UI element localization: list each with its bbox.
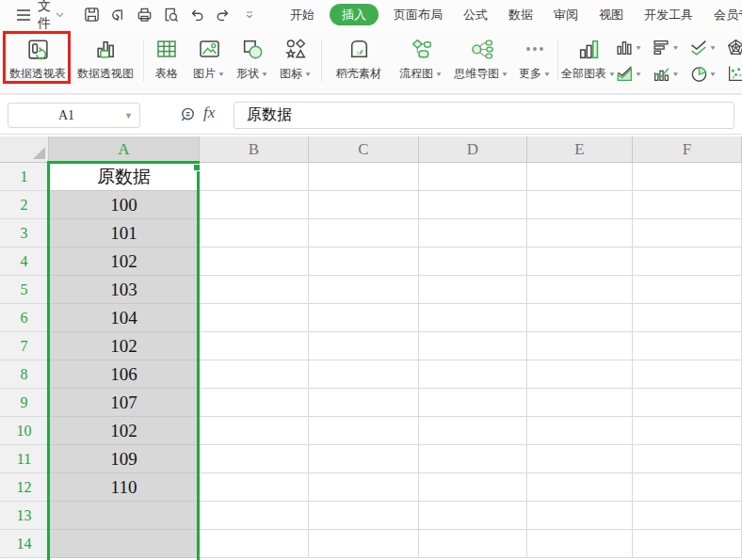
cell-F14[interactable] (633, 530, 742, 558)
cell-C9[interactable] (309, 389, 419, 417)
cell-F4[interactable] (633, 248, 742, 276)
tab-data[interactable]: 数据 (498, 0, 543, 29)
cell-C13[interactable] (309, 502, 419, 530)
cell-D8[interactable] (419, 360, 527, 389)
cell-C11[interactable] (309, 445, 419, 473)
cell-A5[interactable]: 103 (49, 276, 200, 304)
cell-F9[interactable] (633, 389, 742, 417)
column-header-E[interactable]: E (527, 136, 633, 163)
cell-F8[interactable] (633, 360, 742, 389)
column-header-C[interactable]: C (309, 136, 419, 163)
cell-A7[interactable]: 102 (49, 332, 200, 360)
row-header-13[interactable]: 13 (0, 502, 49, 530)
tab-membership[interactable]: 会员专享 (703, 0, 742, 29)
row-header-12[interactable]: 12 (0, 473, 49, 502)
cell-B13[interactable] (200, 502, 309, 530)
cell-F7[interactable] (633, 332, 742, 360)
cell-E4[interactable] (527, 248, 633, 276)
cell-D5[interactable] (419, 276, 527, 304)
row-header-7[interactable]: 7 (0, 332, 49, 360)
cell-C3[interactable] (309, 219, 419, 248)
cell-D10[interactable] (419, 417, 527, 445)
tab-insert[interactable]: 插入 (330, 4, 379, 25)
cell-B4[interactable] (200, 248, 309, 276)
cell-E11[interactable] (527, 445, 633, 473)
cell-A8[interactable]: 106 (49, 360, 200, 389)
print-preview-icon[interactable] (161, 6, 180, 24)
pie-chart-icon[interactable]: ▼ (690, 60, 727, 87)
formula-input[interactable]: 原数据 (234, 102, 734, 129)
cell-E12[interactable] (527, 473, 633, 502)
all-charts-button[interactable]: 全部图表▼ (561, 33, 616, 88)
fx-insert-function[interactable]: fx (203, 104, 215, 122)
cell-C14[interactable] (309, 530, 419, 558)
picture-button[interactable]: 图片▼ (187, 33, 231, 88)
column-header-A[interactable]: A (49, 136, 200, 163)
cell-F12[interactable] (633, 473, 742, 502)
cell-C6[interactable] (309, 304, 419, 332)
cell-A4[interactable]: 102 (49, 248, 200, 276)
cell-B6[interactable] (200, 304, 309, 332)
cell-A14[interactable] (49, 530, 200, 558)
redo-icon[interactable] (214, 6, 233, 24)
cell-B7[interactable] (200, 332, 309, 360)
cell-B1[interactable] (200, 163, 309, 191)
cell-D7[interactable] (419, 332, 527, 360)
tab-developer[interactable]: 开发工具 (634, 0, 703, 29)
bar-chart-icon[interactable]: ▼ (653, 34, 689, 60)
cell-A10[interactable]: 102 (49, 417, 200, 445)
cell-A6[interactable]: 104 (49, 304, 200, 332)
row-header-5[interactable]: 5 (0, 276, 49, 304)
cell-C5[interactable] (309, 276, 419, 304)
cell-C10[interactable] (309, 417, 419, 445)
pivot-chart-button[interactable]: 数据透视图 (72, 33, 139, 88)
cell-D9[interactable] (419, 389, 527, 417)
row-header-4[interactable]: 4 (0, 248, 49, 276)
cell-F6[interactable] (633, 304, 742, 332)
docer-material-button[interactable]: 稻壳素材 (326, 33, 392, 88)
cell-D4[interactable] (419, 248, 527, 276)
name-box-chevron-icon[interactable]: ▼ (124, 111, 133, 120)
cell-C1[interactable] (309, 163, 419, 191)
cell-F3[interactable] (633, 219, 742, 248)
file-menu[interactable]: 文件 (38, 0, 64, 32)
tab-formulas[interactable]: 公式 (453, 0, 498, 29)
pivot-table-button[interactable]: 数据透视表 (6, 33, 70, 88)
more-button[interactable]: 更多▼ (514, 33, 556, 88)
line-chart-icon[interactable]: ▼ (690, 34, 727, 60)
tab-review[interactable]: 审阅 (543, 0, 589, 29)
cell-E14[interactable] (527, 530, 633, 558)
row-header-9[interactable]: 9 (0, 389, 49, 417)
radar-chart-icon[interactable] (727, 34, 742, 60)
shapes-button[interactable]: 形状▼ (231, 33, 274, 88)
cell-A13[interactable] (49, 502, 200, 530)
scatter-chart-icon[interactable] (727, 60, 742, 87)
icons-button[interactable]: 图标▼ (274, 33, 317, 88)
cell-A12[interactable]: 110 (49, 473, 200, 502)
cell-E7[interactable] (527, 332, 633, 360)
row-header-2[interactable]: 2 (0, 191, 49, 219)
cell-F10[interactable] (633, 417, 742, 445)
cell-C12[interactable] (309, 473, 419, 502)
tab-view[interactable]: 视图 (589, 0, 634, 29)
cell-A3[interactable]: 101 (49, 219, 200, 248)
row-header-14[interactable]: 14 (0, 530, 49, 558)
row-header-6[interactable]: 6 (0, 304, 49, 332)
cell-F13[interactable] (633, 502, 742, 530)
cell-A11[interactable]: 109 (49, 445, 200, 473)
cell-B5[interactable] (200, 276, 309, 304)
cell-D3[interactable] (419, 219, 527, 248)
cell-D12[interactable] (419, 473, 527, 502)
hamburger-menu-icon[interactable] (16, 8, 31, 22)
cell-B11[interactable] (200, 445, 309, 473)
cell-E3[interactable] (527, 219, 633, 248)
cell-D2[interactable] (419, 191, 527, 219)
column-header-B[interactable]: B (200, 136, 309, 163)
selection-fill-handle[interactable] (193, 164, 201, 171)
cell-C8[interactable] (309, 360, 419, 389)
cell-E13[interactable] (527, 502, 633, 530)
cell-B9[interactable] (200, 389, 309, 417)
cell-E2[interactable] (527, 191, 633, 219)
cell-D6[interactable] (419, 304, 527, 332)
cell-E1[interactable] (527, 163, 633, 191)
